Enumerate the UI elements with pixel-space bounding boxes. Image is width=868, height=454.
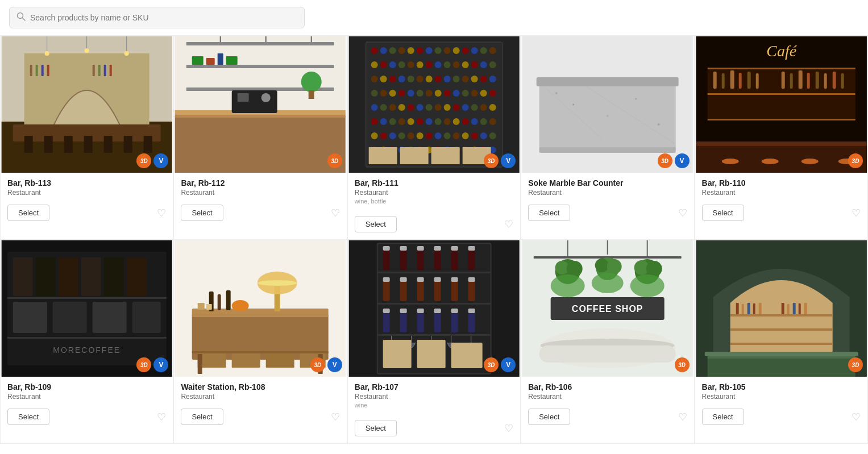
svg-rect-274 xyxy=(434,311,441,332)
heart-icon[interactable]: ♡ xyxy=(504,422,513,435)
svg-rect-314 xyxy=(730,343,832,345)
select-button[interactable]: Select xyxy=(7,409,49,425)
heart-icon[interactable]: ♡ xyxy=(852,207,861,219)
select-button[interactable]: Select xyxy=(355,216,397,232)
select-button[interactable]: Select xyxy=(7,205,49,221)
product-card-bar-112: 3D Bar, Rb-112 Restaurant Select ♡ xyxy=(173,36,347,240)
svg-point-53 xyxy=(416,47,423,54)
select-button[interactable]: Select xyxy=(528,205,570,221)
svg-point-298 xyxy=(607,259,622,274)
svg-rect-235 xyxy=(226,290,231,310)
svg-point-102 xyxy=(480,90,487,97)
svg-point-87 xyxy=(471,76,477,82)
svg-rect-287 xyxy=(451,343,482,368)
svg-rect-6 xyxy=(24,136,33,153)
svg-rect-162 xyxy=(431,147,459,164)
svg-point-142 xyxy=(462,132,468,139)
svg-rect-37 xyxy=(226,56,238,65)
svg-point-145 xyxy=(489,132,496,139)
svg-rect-248 xyxy=(417,248,423,270)
svg-rect-184 xyxy=(713,72,716,89)
svg-rect-312 xyxy=(730,314,832,316)
svg-point-55 xyxy=(434,47,441,54)
product-info: Bar, Rb-112 Restaurant xyxy=(174,173,346,201)
svg-rect-190 xyxy=(781,72,784,89)
product-name: Bar, Rb-113 xyxy=(7,178,166,188)
svg-rect-212 xyxy=(104,257,124,296)
svg-point-82 xyxy=(425,76,432,82)
svg-point-108 xyxy=(407,104,414,111)
svg-point-232 xyxy=(258,280,297,286)
product-card-bar-107: 3D V Bar, Rb-107 Restaurant wine Select … xyxy=(347,240,521,444)
product-info: Bar, Rb-109 Restaurant xyxy=(1,377,173,405)
image-badges: 3D V xyxy=(484,153,516,168)
svg-point-129 xyxy=(471,118,477,125)
select-button[interactable]: Select xyxy=(181,205,223,221)
product-name: Waiter Station, Rb-108 xyxy=(181,382,339,391)
image-badges: 3D xyxy=(327,153,342,168)
badge-v-icon: V xyxy=(501,153,516,168)
svg-point-50 xyxy=(389,47,396,54)
svg-rect-234 xyxy=(218,294,221,310)
svg-point-107 xyxy=(398,104,405,111)
select-button[interactable]: Select xyxy=(702,409,744,425)
svg-point-54 xyxy=(425,47,432,54)
search-input-wrapper xyxy=(9,7,305,28)
svg-point-131 xyxy=(489,118,496,125)
heart-icon[interactable]: ♡ xyxy=(157,411,166,423)
heart-icon[interactable]: ♡ xyxy=(331,207,340,219)
svg-point-200 xyxy=(721,159,738,164)
svg-line-1 xyxy=(23,18,26,21)
product-name: Bar, Rb-110 xyxy=(702,178,861,188)
heart-icon[interactable]: ♡ xyxy=(852,411,861,423)
svg-rect-268 xyxy=(383,311,389,332)
heart-icon[interactable]: ♡ xyxy=(157,207,166,219)
svg-rect-182 xyxy=(707,95,855,119)
search-bar xyxy=(0,0,868,36)
select-button[interactable]: Select xyxy=(355,420,397,436)
badge-3d-icon: 3D xyxy=(658,153,672,168)
product-actions: Select ♡ xyxy=(174,201,346,228)
search-icon xyxy=(16,12,26,23)
product-category: Restaurant xyxy=(702,189,861,197)
svg-point-96 xyxy=(425,90,432,97)
product-name: Bar, Rb-105 xyxy=(702,382,861,391)
product-category: Restaurant xyxy=(181,189,339,197)
svg-point-302 xyxy=(551,274,585,297)
product-actions: Select ♡ xyxy=(1,201,173,228)
svg-rect-250 xyxy=(434,248,441,270)
product-info: Bar, Rb-107 Restaurant wine xyxy=(348,377,520,416)
heart-icon[interactable]: ♡ xyxy=(504,218,513,231)
badge-v-icon: V xyxy=(153,357,168,372)
svg-rect-317 xyxy=(747,303,750,314)
svg-rect-243 xyxy=(377,334,491,336)
badge-v-icon: V xyxy=(327,357,342,372)
svg-rect-213 xyxy=(127,257,147,296)
product-actions: Select ♡ xyxy=(348,213,520,239)
svg-rect-178 xyxy=(707,68,855,69)
svg-point-106 xyxy=(389,104,396,111)
heart-icon[interactable]: ♡ xyxy=(678,411,687,423)
select-button[interactable]: Select xyxy=(528,409,570,425)
product-actions: Select ♡ xyxy=(1,405,173,432)
svg-point-86 xyxy=(462,76,468,82)
select-button[interactable]: Select xyxy=(181,409,223,425)
svg-rect-260 xyxy=(417,280,423,301)
svg-point-143 xyxy=(471,132,477,139)
svg-point-144 xyxy=(480,132,487,139)
svg-rect-197 xyxy=(841,73,844,89)
svg-rect-247 xyxy=(400,246,406,251)
svg-rect-17 xyxy=(93,65,95,76)
heart-icon[interactable]: ♡ xyxy=(331,411,340,423)
search-input[interactable] xyxy=(30,13,297,22)
svg-rect-38 xyxy=(175,116,346,173)
svg-point-201 xyxy=(761,159,778,164)
product-actions: Select ♡ xyxy=(695,405,867,432)
svg-rect-246 xyxy=(400,248,406,270)
image-badges: 3D xyxy=(675,357,690,372)
select-button[interactable]: Select xyxy=(702,205,744,221)
svg-point-66 xyxy=(407,61,414,68)
heart-icon[interactable]: ♡ xyxy=(678,207,687,219)
svg-point-125 xyxy=(434,118,441,125)
svg-rect-161 xyxy=(400,147,428,164)
